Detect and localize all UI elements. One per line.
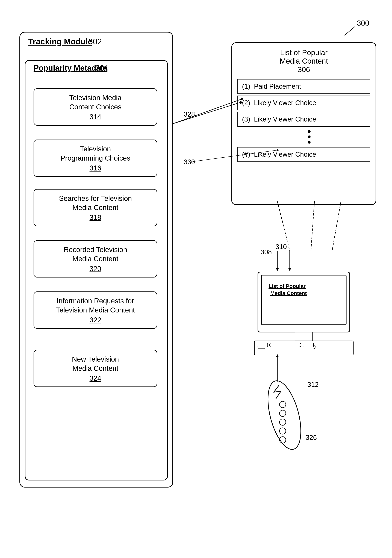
svg-text:Media Content: Media Content — [270, 290, 307, 296]
list-item-3: (3) Likely Viewer Choice — [237, 112, 370, 127]
svg-text:310: 310 — [276, 243, 287, 251]
svg-line-12 — [332, 201, 341, 251]
svg-rect-20 — [261, 275, 346, 325]
svg-marker-39 — [276, 354, 279, 357]
svg-point-35 — [279, 437, 286, 443]
content-box-324: New TelevisionMedia Content 324 — [34, 350, 157, 387]
box-314-text: Television MediaContent Choices — [69, 94, 122, 111]
svg-text:308: 308 — [261, 248, 272, 256]
tracking-module-title: Tracking Module — [28, 37, 92, 46]
dot-1 — [308, 130, 311, 133]
box-318-text: Searches for TelevisionMedia Content — [59, 194, 132, 211]
box-316-text: TelevisionProgramming Choices — [61, 145, 130, 162]
dot-3 — [308, 141, 311, 144]
popular-list-ref: 306 — [298, 65, 310, 74]
svg-text:328: 328 — [184, 111, 195, 118]
content-box-316: TelevisionProgramming Choices 316 — [34, 140, 157, 177]
popularity-metadata-ref: 304 — [96, 64, 108, 72]
ellipsis-dots — [232, 130, 375, 144]
svg-point-30 — [262, 377, 307, 453]
svg-text:326: 326 — [306, 434, 317, 441]
box-324-text: New TelevisionMedia Content — [72, 355, 119, 372]
svg-rect-23 — [257, 343, 268, 347]
svg-rect-25 — [303, 343, 314, 347]
svg-point-26 — [313, 346, 316, 349]
svg-point-33 — [279, 419, 286, 425]
content-box-318: Searches for TelevisionMedia Content 318 — [34, 189, 157, 226]
content-box-322: Information Requests forTelevision Media… — [34, 291, 157, 329]
svg-text:330: 330 — [184, 158, 195, 166]
box-320-text: Recorded TelevisionMedia Content — [64, 246, 127, 263]
box-322-text: Information Requests forTelevision Media… — [56, 297, 135, 314]
svg-rect-24 — [270, 343, 301, 347]
svg-point-32 — [279, 410, 286, 417]
box-316-ref: 316 — [38, 164, 153, 172]
svg-point-31 — [279, 401, 286, 408]
box-324-ref: 324 — [38, 374, 153, 382]
list-item-1: (1) Paid Placement — [237, 79, 370, 94]
list-item-hash: (#) Likely Viewer Choice — [237, 147, 370, 162]
content-box-320: Recorded TelevisionMedia Content 320 — [34, 240, 157, 278]
box-320-ref: 320 — [38, 265, 153, 273]
svg-rect-22 — [254, 341, 353, 355]
svg-rect-19 — [258, 272, 350, 332]
svg-text:300: 300 — [357, 19, 369, 27]
svg-line-0 — [344, 26, 355, 35]
svg-marker-14 — [288, 268, 291, 271]
box-318-ref: 318 — [38, 214, 153, 221]
svg-text:List of Popular: List of Popular — [269, 283, 306, 289]
svg-rect-21 — [295, 332, 313, 341]
box-314-ref: 314 — [38, 113, 153, 121]
tracking-module-ref: 302 — [88, 37, 102, 46]
popular-list-title: List of PopularMedia Content 306 — [232, 43, 375, 74]
svg-rect-27 — [258, 348, 265, 351]
list-item-2: (2) Likely Viewer Choice — [237, 96, 370, 110]
box-322-ref: 322 — [38, 316, 153, 324]
dot-2 — [308, 135, 311, 138]
svg-line-2 — [173, 103, 240, 124]
content-box-314: Television MediaContent Choices 314 — [34, 88, 157, 126]
svg-point-34 — [279, 428, 286, 434]
popular-list-box: List of PopularMedia Content 306 (1) Pai… — [231, 42, 376, 205]
svg-marker-17 — [276, 268, 279, 271]
svg-text:312: 312 — [307, 381, 319, 388]
svg-line-11 — [311, 201, 314, 251]
svg-line-10 — [277, 201, 290, 251]
